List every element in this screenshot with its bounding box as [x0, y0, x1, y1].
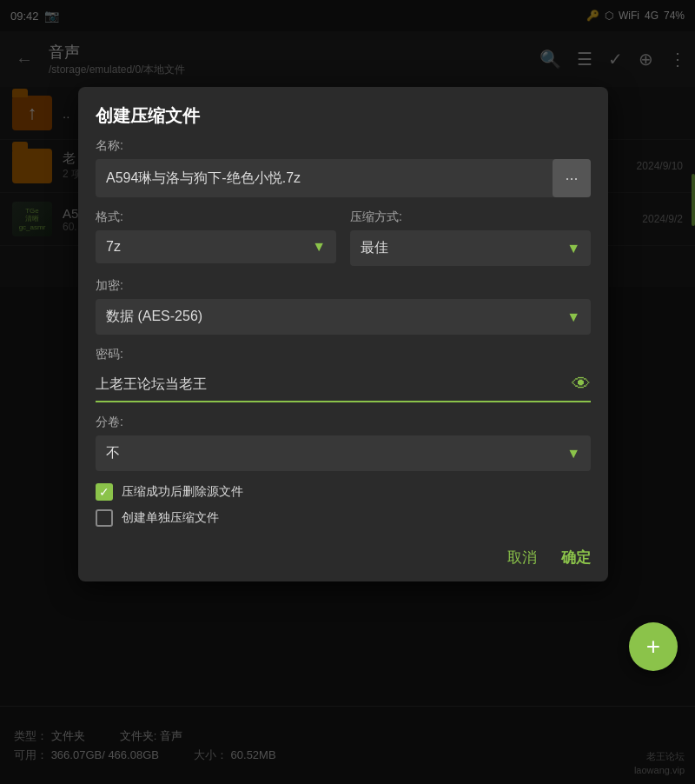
- encryption-arrow-icon: ▼: [566, 309, 580, 325]
- compression-value: 最佳: [361, 239, 566, 257]
- eye-icon[interactable]: 👁: [572, 373, 591, 395]
- format-arrow-icon: ▼: [312, 239, 326, 255]
- dialog-buttons: 取消 确定: [78, 535, 608, 568]
- create-archive-dialog: 创建压缩文件 名称: ··· 格式: 7z ▼ 压缩方式: 最佳: [78, 87, 608, 581]
- checkmark-icon: ✓: [99, 485, 109, 499]
- confirm-button[interactable]: 确定: [561, 548, 591, 568]
- name-label: 名称:: [96, 138, 591, 154]
- compression-select[interactable]: 最佳 ▼: [350, 230, 591, 266]
- cancel-button[interactable]: 取消: [507, 548, 537, 568]
- compression-arrow-icon: ▼: [566, 241, 580, 256]
- password-label: 密码:: [96, 347, 591, 362]
- fab-button[interactable]: +: [629, 622, 678, 671]
- password-field-row: 👁: [96, 368, 591, 402]
- format-value: 7z: [106, 239, 312, 255]
- split-select[interactable]: 不 ▼: [96, 435, 591, 471]
- split-arrow-icon: ▼: [566, 446, 580, 462]
- encryption-value: 数据 (AES-256): [106, 308, 566, 326]
- checkbox2-label: 创建单独压缩文件: [122, 510, 219, 526]
- checkbox2-box: [96, 509, 113, 527]
- dialog-body: 名称: ··· 格式: 7z ▼ 压缩方式: 最佳 ▼: [78, 138, 608, 527]
- format-select[interactable]: 7z ▼: [96, 230, 336, 263]
- fab-plus-icon: +: [646, 633, 660, 661]
- checkbox1-box: ✓: [96, 483, 113, 501]
- checkbox-create-separate[interactable]: 创建单独压缩文件: [96, 509, 591, 527]
- dots-icon: ···: [565, 169, 578, 188]
- format-compression-row: 格式: 7z ▼ 压缩方式: 最佳 ▼: [96, 209, 591, 266]
- name-field-row: ···: [96, 159, 591, 197]
- format-label: 格式:: [96, 209, 336, 225]
- split-label: 分卷:: [96, 415, 591, 430]
- split-value: 不: [106, 444, 566, 462]
- checkbox1-label: 压缩成功后删除源文件: [122, 484, 243, 500]
- name-input[interactable]: [96, 162, 553, 195]
- compression-label: 压缩方式:: [350, 209, 591, 225]
- encryption-select[interactable]: 数据 (AES-256) ▼: [96, 299, 591, 335]
- password-input[interactable]: [96, 373, 572, 395]
- checkbox-delete-source[interactable]: ✓ 压缩成功后删除源文件: [96, 483, 591, 501]
- format-col: 格式: 7z ▼: [96, 209, 336, 266]
- dialog-title: 创建压缩文件: [78, 87, 608, 138]
- compression-col: 压缩方式: 最佳 ▼: [350, 209, 591, 266]
- encryption-label: 加密:: [96, 278, 591, 294]
- name-options-button[interactable]: ···: [553, 159, 591, 197]
